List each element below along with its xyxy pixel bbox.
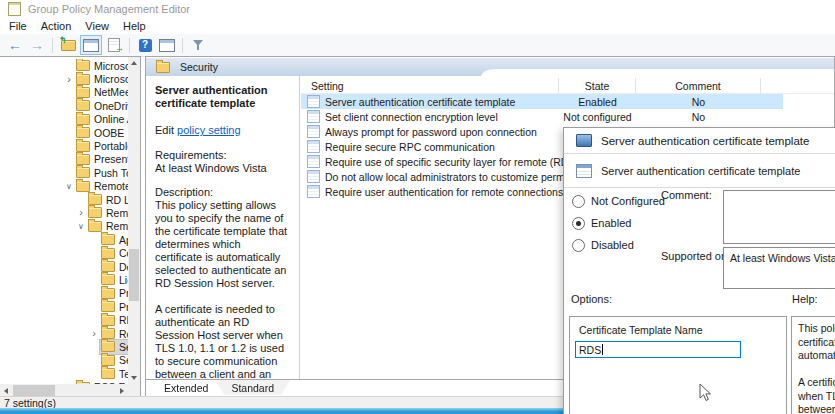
tree-item[interactable]: Ap <box>0 233 128 246</box>
column-setting[interactable]: Setting <box>301 78 559 93</box>
help-icon[interactable]: ? <box>135 36 155 54</box>
tree-item[interactable]: Online Ass <box>0 113 128 126</box>
radio-icon[interactable] <box>572 217 585 230</box>
tree-item[interactable]: Remote D <box>0 180 128 193</box>
tree-item[interactable]: Ses <box>0 354 128 367</box>
tree-item-label: OneDrive <box>94 100 128 112</box>
tree-item-label: Co <box>119 247 128 259</box>
column-comment[interactable]: Comment <box>636 78 761 93</box>
export-list-icon[interactable] <box>104 36 124 54</box>
folder-icon <box>76 141 90 152</box>
state-radio[interactable]: Disabled <box>572 234 665 256</box>
requirements-label: Requirements: <box>155 149 290 162</box>
certificate-template-name-input[interactable]: RDS <box>575 341 741 358</box>
tree-item-body: Remot <box>87 220 128 233</box>
tree-item[interactable]: Microsoft <box>0 59 128 72</box>
description-label: Description: <box>155 186 290 199</box>
help-label: Help: <box>792 293 818 305</box>
folder-icon <box>101 248 115 259</box>
folder-icon <box>101 315 115 326</box>
radio-icon[interactable] <box>572 195 585 208</box>
tree-item[interactable]: Remot <box>0 206 128 219</box>
edit-policy-setting-link[interactable]: policy setting <box>177 124 241 136</box>
menu-file[interactable]: File <box>2 18 34 34</box>
folder-icon <box>101 328 115 339</box>
window-titlebar[interactable]: Group Policy Management Editor <box>0 0 835 18</box>
tree-item-body: Push To In <box>75 166 128 179</box>
horizontal-scroll-thumb[interactable] <box>13 385 55 396</box>
column-state[interactable]: State <box>559 78 636 93</box>
pane-header-title: Security <box>180 61 218 73</box>
expander-icon[interactable] <box>63 182 75 191</box>
requirements-value: At least Windows Vista <box>155 162 290 175</box>
scroll-down-button[interactable] <box>128 372 140 384</box>
tree-item[interactable]: Pri <box>0 287 128 300</box>
new-window-icon[interactable] <box>157 36 177 54</box>
setting-row[interactable]: Server authentication certificate templa… <box>301 94 834 109</box>
folder-icon <box>76 60 90 71</box>
tree-item[interactable]: NetMeetin <box>0 86 128 99</box>
menu-view[interactable]: View <box>78 18 116 34</box>
tree-item[interactable]: Sec <box>0 340 128 353</box>
tree-item[interactable]: Portable C <box>0 139 128 152</box>
tree-item[interactable]: RD <box>0 313 128 326</box>
tree-item[interactable]: Push To In <box>0 166 128 179</box>
comment-textarea[interactable] <box>723 190 835 244</box>
setting-cell: Always prompt for password upon connecti… <box>307 124 537 139</box>
folder-icon <box>76 181 90 192</box>
tree-item-body: Remot <box>87 206 128 219</box>
tree-item-body: Sec <box>100 340 128 353</box>
window-title: Group Policy Management Editor <box>28 3 190 15</box>
forward-icon[interactable]: → <box>27 36 47 54</box>
tree-vertical-scrollbar[interactable] <box>128 57 140 384</box>
tree-item-label: De <box>119 261 128 273</box>
toolbar-separator[interactable] <box>182 38 183 53</box>
menu-help[interactable]: Help <box>116 18 153 34</box>
scroll-up-button[interactable] <box>128 57 140 69</box>
tree-item[interactable]: Remot <box>0 220 128 233</box>
console-tree-icon[interactable] <box>80 35 102 55</box>
expander-icon[interactable] <box>63 74 75 85</box>
tree-item-label: Ses <box>119 354 128 366</box>
expander-icon[interactable] <box>75 207 87 218</box>
toolbar-separator[interactable] <box>52 38 53 53</box>
state-cell: Not configured <box>559 109 636 124</box>
options-group: Certificate Template Name RDS <box>569 316 787 414</box>
state-radio[interactable]: Not Configured <box>572 190 665 212</box>
menu-action[interactable]: Action <box>34 18 79 34</box>
tree-item-body: OOBE <box>75 126 127 139</box>
expander-icon[interactable] <box>88 328 100 339</box>
setting-row[interactable]: Set client connection encryption level N… <box>301 109 834 124</box>
state-radio[interactable]: Enabled <box>572 212 665 234</box>
tree-item[interactable]: Lic <box>0 273 128 286</box>
tree-item[interactable]: OneDrive <box>0 99 128 112</box>
help-panel[interactable]: This policycertificate tautomaticaA cert… <box>791 316 835 414</box>
expander-icon[interactable] <box>75 222 87 231</box>
toolbar-separator[interactable] <box>129 38 130 53</box>
tree-item[interactable]: Co <box>0 246 128 259</box>
tab-standard[interactable]: Standard <box>215 380 290 395</box>
mouse-cursor <box>699 383 712 402</box>
tree-item-body: RD Lic <box>87 193 128 206</box>
comment-cell: No <box>636 94 761 109</box>
tab-extended[interactable]: Extended <box>148 380 224 395</box>
tree-item-body: RD <box>100 313 128 326</box>
tree-item[interactable]: Presentati <box>0 153 128 166</box>
tree-item[interactable]: De <box>0 260 128 273</box>
back-icon[interactable]: ← <box>5 36 25 54</box>
tree-item[interactable]: RD Lic <box>0 193 128 206</box>
tree-item[interactable]: Ter <box>0 367 128 380</box>
vertical-scroll-thumb[interactable] <box>129 249 139 301</box>
tree-item[interactable]: Re <box>0 327 128 340</box>
filter-icon[interactable] <box>188 36 208 54</box>
dialog-titlebar[interactable]: Server authentication certificate templa… <box>564 128 835 154</box>
tree-item-body: Presentati <box>75 153 128 166</box>
up-folder-icon[interactable] <box>58 36 78 54</box>
tree-item[interactable]: Microsoft <box>0 72 128 85</box>
radio-icon[interactable] <box>572 239 585 252</box>
help-text-line: when TLS 1 <box>798 390 835 404</box>
tree-item[interactable]: Pro <box>0 300 128 313</box>
supported-on-label: Supported on: <box>661 250 730 262</box>
tree-item[interactable]: OOBE <box>0 126 128 139</box>
setting-cell: Set client connection encryption level <box>307 109 498 124</box>
